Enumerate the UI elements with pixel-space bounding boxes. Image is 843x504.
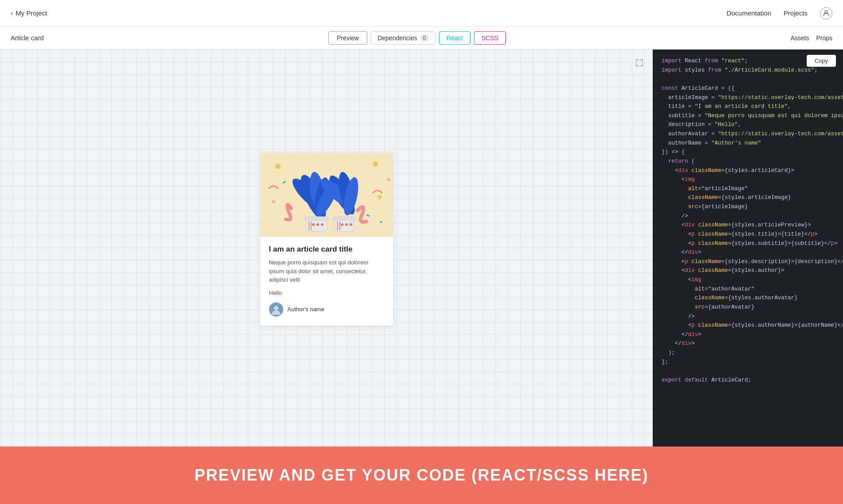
code-line: subtitle = "Neque porro quisquam est qui… bbox=[662, 111, 834, 121]
code-line: alt="authorAvatar" bbox=[662, 285, 834, 294]
svg-point-25 bbox=[316, 223, 319, 226]
code-line: <img bbox=[662, 175, 834, 184]
code-line: import styles from "./ArticleCard.module… bbox=[662, 66, 834, 75]
author-name: Author's name bbox=[288, 306, 324, 313]
assets-button[interactable]: Assets bbox=[790, 34, 809, 42]
article-card-subtitle: Neque porro quisquam est qui dolorem ips… bbox=[269, 258, 384, 284]
article-card-author: Author's name bbox=[269, 302, 384, 317]
svg-point-33 bbox=[350, 223, 352, 226]
projects-link[interactable]: Projects bbox=[784, 9, 808, 17]
svg-rect-21 bbox=[304, 217, 328, 220]
code-line: alt="articleImage" bbox=[662, 184, 834, 194]
code-line: /> bbox=[662, 312, 834, 321]
back-link[interactable]: ‹ My Project bbox=[11, 9, 47, 17]
copy-button[interactable]: Copy bbox=[807, 55, 836, 67]
code-line: className={styles.authorAvatar} bbox=[662, 294, 834, 303]
code-line: /> bbox=[662, 212, 834, 221]
code-line: </div> bbox=[662, 339, 834, 348]
author-avatar bbox=[269, 302, 283, 317]
svg-point-2 bbox=[275, 164, 281, 169]
dependencies-button[interactable]: Dependencies 0 bbox=[371, 31, 435, 45]
svg-point-6 bbox=[272, 200, 275, 203]
banner-text: PREVIEW AND GET YOUR CODE (REACT/SCSS HE… bbox=[194, 466, 648, 485]
code-panel[interactable]: Copy import React from "react"; import s… bbox=[653, 50, 843, 447]
code-line: <p className={styles.authorName}>{author… bbox=[662, 321, 834, 330]
code-line: src={authorAvatar} bbox=[662, 303, 834, 312]
code-line: <img bbox=[662, 275, 834, 285]
preview-button[interactable]: Preview bbox=[328, 31, 367, 45]
code-line: src={articleImage} bbox=[662, 202, 834, 212]
code-line: ); bbox=[662, 348, 834, 358]
code-line: authorAvatar = "https://static.overlay-t… bbox=[662, 130, 834, 139]
code-line: const ArticleCard = ({ bbox=[662, 84, 834, 93]
article-card-title: I am an article card title bbox=[269, 245, 384, 254]
banner: PREVIEW AND GET YOUR CODE (REACT/SCSS HE… bbox=[0, 447, 843, 504]
code-line: <div className={styles.articleCard}> bbox=[662, 166, 834, 176]
article-card-image bbox=[260, 153, 393, 237]
svg-point-24 bbox=[312, 223, 315, 226]
code-content: import React from "react"; import styles… bbox=[662, 57, 834, 385]
code-line: </div> bbox=[662, 330, 834, 340]
project-name: My Project bbox=[15, 9, 47, 17]
code-line: }) => { bbox=[662, 148, 834, 157]
main-content: I am an article card title Neque porro q… bbox=[0, 50, 843, 447]
svg-point-5 bbox=[387, 178, 390, 181]
toolbar: Article card Preview Dependencies 0 Reac… bbox=[0, 27, 843, 50]
toolbar-right: Assets Props bbox=[790, 34, 832, 42]
svg-point-32 bbox=[345, 223, 348, 226]
dependencies-label: Dependencies bbox=[377, 34, 417, 42]
top-nav: ‹ My Project Documentation Projects bbox=[0, 0, 843, 27]
article-card-preview: I am an article card title Neque porro q… bbox=[260, 153, 393, 325]
documentation-link[interactable]: Documentation bbox=[727, 9, 771, 17]
code-line: className={styles.articleImage} bbox=[662, 193, 834, 202]
code-line: authorName = "Author's name" bbox=[662, 139, 834, 148]
toolbar-left: Article card bbox=[11, 34, 44, 42]
code-line: <div className={styles.author}> bbox=[662, 266, 834, 275]
svg-point-4 bbox=[377, 195, 382, 199]
user-icon[interactable] bbox=[820, 7, 832, 19]
code-line: <p className={styles.subtitle}>{subtitle… bbox=[662, 239, 834, 248]
code-line: <div className={styles.articlePreview}> bbox=[662, 221, 834, 230]
code-line bbox=[662, 367, 834, 376]
code-line: return ( bbox=[662, 157, 834, 166]
code-line bbox=[662, 75, 834, 84]
svg-point-26 bbox=[321, 223, 323, 226]
svg-point-35 bbox=[274, 306, 278, 310]
component-title: Article card bbox=[11, 34, 44, 42]
toolbar-center: Preview Dependencies 0 React SCSS bbox=[328, 31, 506, 45]
expand-icon[interactable] bbox=[633, 57, 646, 69]
code-line: <p className={styles.description}>{descr… bbox=[662, 257, 834, 267]
code-line: title = "I am an article card title", bbox=[662, 102, 834, 111]
code-line: articleImage = "https://static.overlay-t… bbox=[662, 93, 834, 103]
svg-point-3 bbox=[373, 161, 378, 167]
dependencies-badge: 0 bbox=[420, 34, 429, 42]
code-line: export default ArticleCard; bbox=[662, 376, 834, 385]
scss-tab-button[interactable]: SCSS bbox=[474, 31, 506, 45]
article-card-body: I am an article card title Neque porro q… bbox=[260, 237, 393, 325]
preview-panel: I am an article card title Neque porro q… bbox=[0, 50, 653, 447]
code-line: description = "Hello", bbox=[662, 120, 834, 130]
back-arrow-icon: ‹ bbox=[11, 9, 13, 17]
nav-right: Documentation Projects bbox=[727, 7, 832, 19]
svg-rect-28 bbox=[333, 217, 355, 220]
props-button[interactable]: Props bbox=[816, 34, 832, 42]
code-line: <p className={styles.title}>{title}</p> bbox=[662, 230, 834, 239]
code-line: }; bbox=[662, 358, 834, 367]
code-line: </div> bbox=[662, 248, 834, 257]
react-tab-button[interactable]: React bbox=[439, 31, 470, 45]
article-card-description: Hello bbox=[269, 290, 384, 296]
nav-left: ‹ My Project bbox=[11, 9, 47, 17]
svg-point-31 bbox=[341, 223, 343, 226]
